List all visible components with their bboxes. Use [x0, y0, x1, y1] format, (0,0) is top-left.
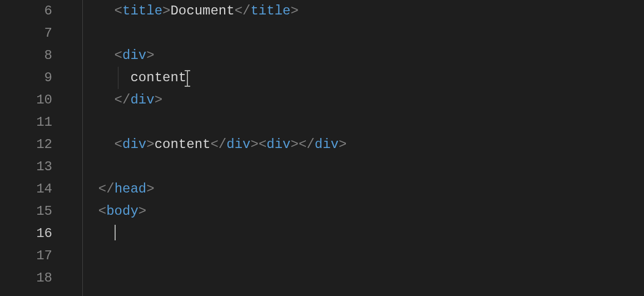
code-line[interactable]: content	[67, 67, 644, 89]
bracket: </	[299, 137, 315, 152]
bracket: </	[235, 3, 251, 18]
bracket: <	[259, 137, 266, 152]
indent-guide	[118, 67, 118, 89]
bracket: >	[290, 3, 298, 18]
bracket: <	[98, 204, 106, 219]
bracket: >	[162, 3, 170, 18]
bracket: >	[155, 92, 162, 107]
indent	[82, 204, 98, 219]
text-content: Document	[170, 3, 234, 18]
html-tag: div	[122, 48, 146, 63]
line-number: 18	[0, 267, 52, 289]
line-number-gutter: 6789101112131415161718	[0, 0, 67, 296]
text-content: content	[130, 70, 186, 85]
code-line[interactable]: </div>	[67, 89, 644, 111]
bracket: >	[291, 137, 299, 152]
indent	[82, 3, 115, 18]
html-tag: head	[115, 181, 147, 196]
html-tag: title	[250, 3, 290, 18]
code-content-area[interactable]: <title>Document</title> <div> content </…	[67, 0, 644, 296]
bracket: <	[115, 137, 122, 152]
line-number: 10	[0, 89, 52, 111]
bracket: >	[138, 204, 146, 219]
line-number: 17	[0, 245, 52, 267]
line-number: 9	[0, 67, 52, 89]
line-number: 15	[0, 200, 52, 223]
html-tag: div	[315, 137, 339, 152]
bracket: >	[146, 181, 154, 196]
indent	[82, 181, 98, 196]
code-editor[interactable]: 6789101112131415161718 <title>Document</…	[0, 0, 644, 296]
html-tag: div	[226, 137, 250, 152]
line-number: 11	[0, 111, 52, 134]
code-line[interactable]: <body>	[67, 200, 644, 223]
bracket: </	[115, 92, 131, 107]
text-cursor-icon	[115, 225, 116, 240]
html-tag: div	[130, 92, 154, 107]
indent	[82, 137, 115, 152]
html-tag: div	[122, 137, 146, 152]
bracket: >	[146, 137, 154, 152]
bracket: <	[115, 3, 122, 18]
line-number: 7	[0, 22, 52, 45]
line-number: 16	[0, 223, 52, 245]
line-number: 14	[0, 178, 52, 200]
indent	[82, 70, 130, 85]
bracket: </	[98, 181, 115, 196]
code-line[interactable]: <div>	[67, 45, 644, 67]
html-tag: body	[106, 204, 138, 219]
line-number: 6	[0, 0, 52, 22]
code-line[interactable]: </head>	[67, 178, 644, 200]
code-line[interactable]	[67, 267, 644, 289]
code-line[interactable]	[67, 156, 644, 178]
text-content: content	[155, 137, 211, 152]
line-number: 12	[0, 134, 52, 156]
bracket: >	[251, 137, 259, 152]
code-line[interactable]	[67, 111, 644, 134]
line-number: 13	[0, 156, 52, 178]
code-line[interactable]: <title>Document</title>	[67, 0, 644, 22]
bracket: <	[115, 48, 122, 63]
line-number: 8	[0, 45, 52, 67]
ibeam-cursor-icon	[187, 71, 188, 86]
html-tag: div	[266, 137, 290, 152]
bracket: >	[146, 48, 154, 63]
html-tag: title	[122, 3, 162, 18]
code-line-active[interactable]	[67, 223, 644, 245]
bracket: </	[210, 137, 226, 152]
code-line[interactable]	[67, 22, 644, 45]
code-line[interactable]	[67, 245, 644, 267]
indent	[82, 48, 115, 63]
code-line[interactable]: <div>content</div><div></div>	[67, 134, 644, 156]
bracket: >	[339, 137, 346, 152]
indent	[82, 92, 115, 107]
